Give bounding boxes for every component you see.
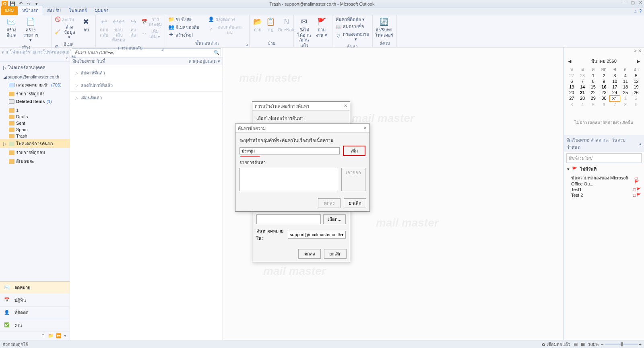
cal-day[interactable]: 27 — [566, 73, 577, 78]
folder-sent[interactable]: Sent — [0, 120, 70, 126]
nav-configure-icon[interactable]: ▾ — [64, 333, 66, 338]
cal-day[interactable]: 3 — [609, 73, 620, 78]
folders-header[interactable]: ▷ โฟลเดอร์ส่วนบุคคล — [0, 63, 70, 72]
cal-day[interactable]: 13 — [566, 84, 577, 90]
todo-item[interactable]: Test 2▢🚩 — [564, 192, 644, 198]
cal-day[interactable]: 2 — [631, 95, 642, 102]
nav-calendar[interactable]: 📅ปฏิทิน — [0, 294, 70, 307]
tab-home[interactable]: หน้าแรก — [18, 6, 43, 15]
show-words-input[interactable] — [256, 214, 321, 224]
cal-next-icon[interactable]: ▶ — [637, 59, 640, 64]
cal-day[interactable]: 18 — [620, 84, 631, 90]
zoom-in-icon[interactable]: + — [639, 342, 642, 347]
close-button[interactable]: ✕ — [639, 0, 642, 5]
tab-file[interactable]: แฟ้ม — [1, 6, 18, 15]
cleanup-button[interactable]: 🧹ล้างข้อมูล ▾ — [54, 24, 78, 41]
cal-day[interactable]: 16 — [599, 84, 609, 90]
todobar-close-icon[interactable]: ✕ — [638, 48, 642, 53]
cal-day[interactable]: 7 — [609, 102, 620, 107]
cal-prev-icon[interactable]: ◀ — [568, 59, 571, 64]
cal-day[interactable]: 7 — [577, 78, 588, 84]
dlg2-cancel-button[interactable]: ยกเลิก — [344, 198, 366, 208]
find-contact-input[interactable]: ค้นหาที่ติดต่อ ▾ — [335, 16, 370, 23]
folder-deleted-items[interactable]: Deleted Items (1) — [0, 98, 70, 105]
cal-day[interactable]: 8 — [588, 78, 599, 84]
folder-trash[interactable]: Trash — [0, 133, 70, 139]
nav-shortcuts-icon[interactable]: ⏩ — [56, 333, 62, 338]
tab-folder[interactable]: โฟลเดอร์ — [65, 6, 91, 15]
dialog-titlebar[interactable]: ค้นหาข้อความ ✕ — [235, 124, 369, 133]
cal-day[interactable]: 30 — [599, 95, 609, 102]
folder-junk[interactable]: อีเมลขยะ — [0, 157, 70, 166]
address-book-button[interactable]: 📖สมุดรายชื่อ — [335, 23, 370, 31]
add-button[interactable]: เพิ่ม — [343, 146, 365, 156]
zoom-out-icon[interactable]: − — [601, 342, 603, 347]
minimize-button[interactable]: — — [622, 0, 627, 5]
tab-send-receive[interactable]: ส่ง / รับ — [43, 6, 65, 15]
dlg1-ok-button[interactable]: ตกลง — [298, 249, 321, 259]
todo-nodate-section[interactable]: ▾ 🚩 ไม่มีวันที่ — [564, 164, 644, 174]
cal-day[interactable]: 8 — [620, 102, 631, 107]
folder-1[interactable]: 1 — [0, 107, 70, 113]
search-icon[interactable]: 🔍 — [213, 50, 221, 55]
group-last-month[interactable]: ▷เดือนที่แล้ว — [70, 92, 223, 104]
nav-mail[interactable]: ✉️จดหมาย — [0, 282, 70, 294]
cal-day[interactable]: 2 — [599, 73, 609, 78]
send-receive-all-button[interactable]: 🔄ส่ง/รับทุก โฟลเดอร์ — [375, 16, 393, 38]
cal-day[interactable]: 23 — [599, 90, 609, 95]
choose-button[interactable]: เลือก... — [323, 214, 346, 224]
cal-day[interactable]: 19 — [631, 84, 642, 90]
cal-day[interactable]: 20 — [566, 90, 577, 95]
cal-day[interactable]: 11 — [620, 78, 631, 84]
cal-day[interactable]: 9 — [631, 102, 642, 107]
cal-day[interactable]: 6 — [599, 102, 609, 107]
cal-day[interactable]: 24 — [609, 90, 620, 95]
folder-inbox[interactable]: กล่องจดหมายเข้า (706) — [0, 80, 70, 89]
qs-teammail[interactable]: 👥อีเมลของทีม — [167, 24, 206, 31]
new-items-button[interactable]: 📄สร้าง รายการ ▾ — [22, 16, 39, 43]
delete-button[interactable]: ✖ลบ — [79, 16, 93, 33]
folder-spam[interactable]: Spam — [0, 126, 70, 133]
todo-item[interactable]: ข้อความทดลองของ Microsoft Office Ou...▢🚩 — [564, 174, 644, 187]
cal-day[interactable]: 6 — [566, 78, 577, 84]
search-mail-in-select[interactable]: support@mailmaster.co.th▾ — [288, 231, 346, 239]
cal-day[interactable]: 14 — [577, 84, 588, 90]
cal-day[interactable]: 5 — [631, 73, 642, 78]
folder-search-folders[interactable]: ▷โฟลเดอร์การค้นหา — [0, 139, 70, 148]
cal-day[interactable]: 4 — [577, 102, 588, 107]
qs-createnew[interactable]: ✚สร้างใหม่ — [167, 31, 206, 39]
cal-day[interactable]: 21 — [577, 90, 588, 95]
cal-day[interactable]: 31 — [609, 95, 620, 102]
cal-day[interactable]: 9 — [599, 78, 609, 84]
nav-notes-icon[interactable]: 🗒 — [41, 333, 45, 338]
filter-mail-button[interactable]: ▽กรองจดหมาย ▾ — [335, 31, 370, 43]
folder-deleted-local[interactable]: รายการที่ถูกลบ — [0, 148, 70, 157]
nav-tasks[interactable]: ✅งาน — [0, 319, 70, 332]
cal-day[interactable]: 17 — [609, 84, 620, 90]
search-list-box[interactable] — [239, 168, 338, 191]
nav-contacts[interactable]: 👤ที่ติดต่อ — [0, 307, 70, 319]
new-task-input[interactable]: พิมพ์งานใหม่ — [566, 153, 642, 163]
tab-view[interactable]: มุมมอง — [91, 6, 112, 15]
cal-day[interactable]: 12 — [631, 78, 642, 84]
nav-folders-icon[interactable]: 📁 — [48, 333, 54, 338]
cal-day[interactable]: 1 — [588, 73, 599, 78]
follow-up-button[interactable]: 🚩ตาม งาน ▾ — [314, 16, 330, 38]
cal-day[interactable]: 4 — [620, 73, 631, 78]
folder-sent-items[interactable]: รายการที่ถูกส่ง — [0, 89, 70, 98]
ribbon-minimize-icon[interactable]: ▵ — [634, 8, 637, 14]
cal-day[interactable]: 28 — [577, 73, 588, 78]
dialog-close-icon[interactable]: ✕ — [363, 126, 367, 131]
cal-day[interactable]: 28 — [577, 95, 588, 102]
todobar-collapse-icon[interactable]: > — [634, 48, 637, 53]
cal-day[interactable]: 27 — [566, 95, 577, 102]
qs-moveto[interactable]: 📁ย้ายไปที่: — [167, 16, 206, 23]
view-reading-icon[interactable]: ▦ — [581, 342, 585, 347]
help-icon[interactable]: ? — [639, 8, 642, 14]
dialog-titlebar[interactable]: การสร้างโฟลเดอร์การค้นหา ✕ — [252, 102, 350, 111]
group-last-week[interactable]: ▷สัปดาห์ที่แล้ว — [70, 67, 223, 79]
dialog-close-icon[interactable]: ✕ — [344, 103, 347, 109]
view-normal-icon[interactable]: ▤ — [574, 342, 578, 347]
cal-day[interactable]: 10 — [609, 78, 620, 84]
todo-arrange-bar[interactable]: จัดเรียงตาม: ค่าสถานะ: วันครบกำหนด▴ — [564, 135, 644, 152]
